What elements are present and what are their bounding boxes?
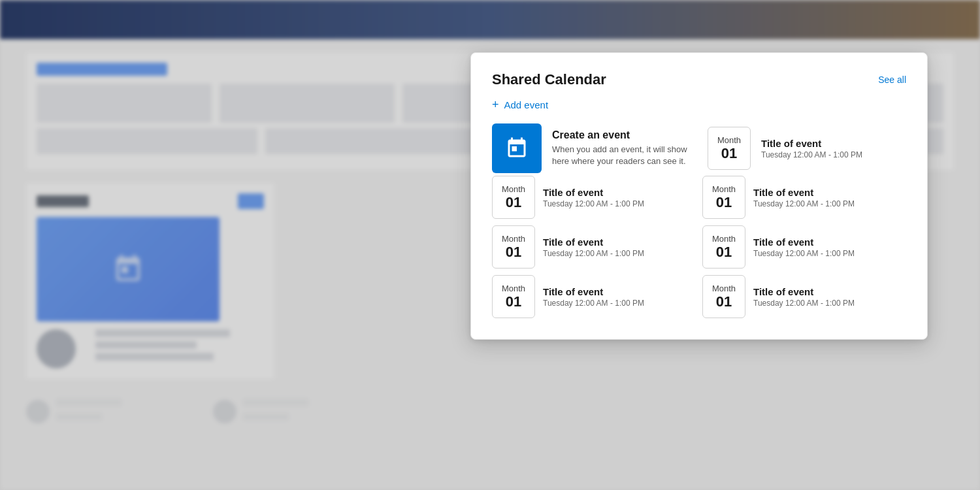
event-5-info: Title of event Tuesday 12:00 AM - 1:00 P… — [543, 286, 696, 308]
event-item-4: Month 01 Title of event Tuesday 12:00 AM… — [702, 225, 906, 269]
first-event-info: Title of event Tuesday 12:00 AM - 1:00 P… — [761, 138, 906, 159]
shared-calendar-panel: Shared Calendar See all + Add event Crea… — [470, 52, 928, 340]
event-1-time: Tuesday 12:00 AM - 1:00 PM — [543, 199, 696, 208]
event-4-time: Tuesday 12:00 AM - 1:00 PM — [753, 249, 906, 258]
first-event-date-badge: Month 01 — [708, 127, 751, 170]
event-5-date-badge: Month 01 — [492, 275, 535, 318]
event-6-info: Title of event Tuesday 12:00 AM - 1:00 P… — [753, 286, 906, 308]
event-6-date-badge: Month 01 — [702, 275, 745, 318]
create-event-icon-box — [492, 123, 542, 173]
event-2-month: Month — [712, 184, 736, 195]
event-2-date-badge: Month 01 — [702, 176, 745, 219]
event-6-title: Title of event — [753, 286, 906, 297]
event-2-day: 01 — [716, 195, 732, 210]
event-3-time: Tuesday 12:00 AM - 1:00 PM — [543, 249, 696, 258]
event-6-day: 01 — [716, 294, 732, 310]
first-event-day: 01 — [721, 146, 737, 161]
event-4-day: 01 — [716, 244, 732, 260]
panel-title: Shared Calendar — [492, 71, 606, 88]
first-event-time: Tuesday 12:00 AM - 1:00 PM — [761, 150, 906, 159]
event-5-title: Title of event — [543, 286, 696, 297]
first-event-title: Title of event — [761, 138, 906, 149]
event-3-info: Title of event Tuesday 12:00 AM - 1:00 P… — [543, 237, 696, 258]
event-4-date-badge: Month 01 — [702, 225, 745, 269]
create-event-card: Create an event When you add an event, i… — [492, 123, 906, 173]
event-1-title: Title of event — [543, 187, 696, 198]
event-5-day: 01 — [506, 294, 521, 310]
event-item-1: Month 01 Title of event Tuesday 12:00 AM… — [492, 176, 696, 219]
see-all-link[interactable]: See all — [878, 74, 906, 85]
event-5-time: Tuesday 12:00 AM - 1:00 PM — [543, 299, 696, 308]
event-3-title: Title of event — [543, 237, 696, 248]
add-event-label: Add event — [504, 99, 549, 110]
event-item-6: Month 01 Title of event Tuesday 12:00 AM… — [702, 275, 906, 318]
calendar-icon — [505, 137, 529, 160]
event-1-date-badge: Month 01 — [492, 176, 535, 219]
event-4-info: Title of event Tuesday 12:00 AM - 1:00 P… — [753, 237, 906, 258]
event-2-time: Tuesday 12:00 AM - 1:00 PM — [753, 199, 906, 208]
add-event-row[interactable]: + Add event — [492, 99, 906, 110]
event-1-day: 01 — [506, 195, 521, 210]
event-4-title: Title of event — [753, 237, 906, 248]
event-4-month: Month — [712, 234, 736, 244]
event-6-time: Tuesday 12:00 AM - 1:00 PM — [753, 299, 906, 308]
event-item-2: Month 01 Title of event Tuesday 12:00 AM… — [702, 176, 906, 219]
create-event-title: Create an event — [552, 129, 697, 141]
event-1-info: Title of event Tuesday 12:00 AM - 1:00 P… — [543, 187, 696, 208]
event-item-5: Month 01 Title of event Tuesday 12:00 AM… — [492, 275, 696, 318]
event-1-month: Month — [502, 184, 525, 195]
event-2-info: Title of event Tuesday 12:00 AM - 1:00 P… — [753, 187, 906, 208]
event-2-title: Title of event — [753, 187, 906, 198]
event-5-month: Month — [502, 284, 525, 294]
panel-header: Shared Calendar See all — [492, 71, 906, 88]
event-6-month: Month — [712, 284, 736, 294]
first-event-month: Month — [717, 135, 741, 146]
event-3-date-badge: Month 01 — [492, 225, 535, 269]
create-event-text: Create an event When you add an event, i… — [552, 129, 697, 167]
event-3-day: 01 — [506, 244, 521, 260]
event-3-month: Month — [502, 234, 525, 244]
events-grid: Month 01 Title of event Tuesday 12:00 AM… — [492, 176, 906, 318]
event-item-3: Month 01 Title of event Tuesday 12:00 AM… — [492, 225, 696, 269]
plus-icon: + — [492, 99, 499, 110]
create-event-description: When you add an event, it will show here… — [552, 144, 697, 167]
